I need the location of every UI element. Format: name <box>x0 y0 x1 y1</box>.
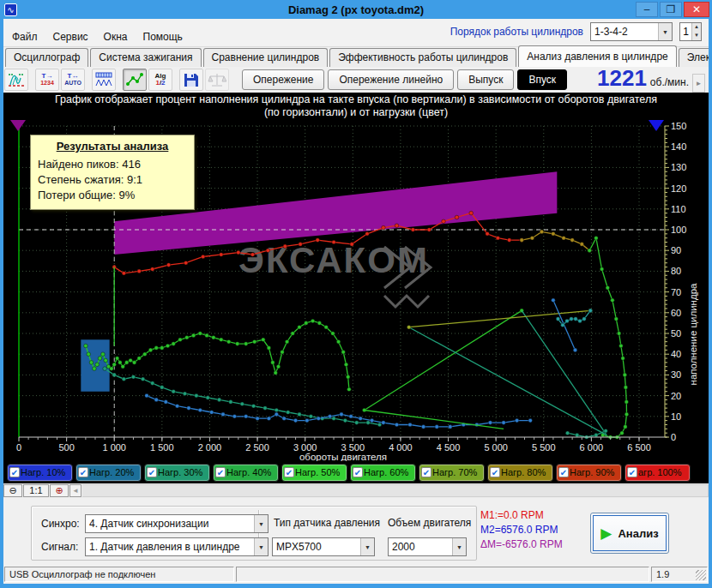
legend-item-load-20[interactable]: ✔Нагр. 20% <box>75 464 142 482</box>
scales-icon[interactable] <box>205 69 229 91</box>
svg-text:5 000: 5 000 <box>484 442 508 453</box>
menu-file[interactable]: Файл <box>12 31 38 43</box>
chevron-down-icon[interactable]: ▼ <box>254 515 268 532</box>
tab-bar: ОсциллографСистема зажиганияСравнение ци… <box>3 47 709 67</box>
firing-order-label: Порядок работы цилиндров <box>450 26 583 38</box>
trigger-auto-icon[interactable]: T↔AUTO <box>61 69 85 91</box>
legend-checkbox[interactable]: ✔ <box>284 467 294 477</box>
svg-text:10: 10 <box>671 411 681 422</box>
svg-text:110: 110 <box>671 204 686 214</box>
legend-item-load-60[interactable]: ✔Нагр. 60% <box>350 464 416 482</box>
svg-text:4 000: 4 000 <box>389 442 413 453</box>
svg-text:70: 70 <box>671 287 681 297</box>
marker-m2-value: M2=6576.0 RPM <box>480 523 563 537</box>
sync-source-combobox[interactable]: 4. Датчик синхронизации ▼ <box>85 514 269 533</box>
spark-waveform-icon[interactable] <box>4 69 28 91</box>
scroll-right-button[interactable]: ► <box>692 74 705 93</box>
svg-text:140: 140 <box>671 141 686 152</box>
chevron-down-icon[interactable]: ▼ <box>360 538 374 555</box>
zoom-controls: ⊖ 1:1 ⊕ ◄ <box>3 483 709 498</box>
legend-checkbox[interactable]: ✔ <box>627 467 637 477</box>
pressure-sensor-combobox[interactable]: MPX5700 ▼ <box>272 537 375 556</box>
legend-item-load-100[interactable]: ✔агр. 100% <box>625 464 691 482</box>
zoom-scale-button[interactable]: 1:1 <box>23 484 49 497</box>
svg-text:2 500: 2 500 <box>245 442 269 453</box>
ruler-waveform-icon[interactable] <box>92 69 116 91</box>
analyze-button[interactable]: ▶ Анализ <box>590 513 669 554</box>
legend-checkbox[interactable]: ✔ <box>78 467 88 477</box>
results-line: Потери общие: 9% <box>38 188 187 203</box>
rpm-unit-label: об./мин. <box>650 76 689 88</box>
play-icon: ▶ <box>600 525 612 543</box>
tab-pressure-analysis[interactable]: Анализ давления в цилиндре <box>518 45 676 67</box>
cylinder-number-stepper[interactable]: 1 ▲ ▼ <box>679 22 702 41</box>
legend-item-load-70[interactable]: ✔Нагр. 70% <box>419 464 485 482</box>
trigger-sequence-icon[interactable]: T→1234 <box>35 69 59 91</box>
chevron-down-icon[interactable]: ▼ <box>452 538 466 555</box>
mode-advance-linear-button[interactable]: Опережение линейно <box>328 69 454 90</box>
mode-exhaust-button[interactable]: Выпуск <box>457 69 514 90</box>
tab-power-supply[interactable]: Электропитание <box>679 48 712 67</box>
results-line: Найдено пиков: 416 <box>38 157 187 172</box>
chevron-down-icon[interactable]: ▼ <box>254 538 268 555</box>
save-icon[interactable] <box>179 69 203 91</box>
spinner-up-icon[interactable]: ▲ <box>692 23 701 32</box>
legend-checkbox[interactable]: ✔ <box>215 467 226 477</box>
svg-text:0: 0 <box>16 442 21 453</box>
legend-checkbox[interactable]: ✔ <box>353 467 363 477</box>
algorithm-icon[interactable]: Alg1/2 <box>148 69 172 91</box>
legend-item-load-30[interactable]: ✔Нагр. 30% <box>144 464 210 482</box>
tab-cylinder-efficiency[interactable]: Эффективность работы цилиндров <box>329 48 516 67</box>
signal-source-combobox[interactable]: 1. Датчик давления в цилиндре ▼ <box>85 537 269 556</box>
legend-checkbox[interactable]: ✔ <box>147 467 157 477</box>
zoom-in-button[interactable]: ⊕ <box>50 484 69 497</box>
svg-text:4 500: 4 500 <box>437 442 461 453</box>
spinner-down-icon[interactable]: ▼ <box>692 32 701 40</box>
svg-text:1 500: 1 500 <box>150 442 174 453</box>
legend-checkbox[interactable]: ✔ <box>9 467 20 477</box>
app-window: ∿ Diamag 2 (px toyota.dm2) – ❐ ✕ ФайлСер… <box>0 0 712 588</box>
marker-m1-value: M1:=0.0 RPM <box>480 508 563 523</box>
maximize-button[interactable]: ❐ <box>660 2 682 17</box>
legend-item-load-90[interactable]: ✔Нагр. 90% <box>556 464 622 482</box>
engine-volume-combobox[interactable]: 2000 ▼ <box>388 537 467 556</box>
scrollbar-track[interactable] <box>82 484 709 497</box>
chevron-down-icon[interactable]: ▼ <box>658 23 672 40</box>
menu-bar: ФайлСервисОкнаПомощь Порядок работы цили… <box>3 19 709 47</box>
menu-windows[interactable]: Окна <box>104 31 128 43</box>
tab-cylinder-compare[interactable]: Сравнение цилиндров <box>203 48 329 67</box>
mode-advance-button[interactable]: Опережение <box>242 69 324 90</box>
minimize-button[interactable]: – <box>636 2 658 17</box>
svg-text:60: 60 <box>671 308 681 318</box>
svg-text:наполнение цилиндра: наполнение цилиндра <box>688 283 698 386</box>
resize-grip-icon[interactable] <box>696 570 706 580</box>
chart-description: График отображает процент наполнения цил… <box>3 93 709 120</box>
zoom-out-button[interactable]: ⊖ <box>3 484 22 497</box>
tab-oscilloscope[interactable]: Осциллограф <box>5 48 88 67</box>
signal-label: Сигнал: <box>41 541 78 553</box>
svg-text:6 000: 6 000 <box>580 442 604 453</box>
legend-checkbox[interactable]: ✔ <box>421 467 431 477</box>
legend-label: Нагр. 50% <box>295 467 340 477</box>
close-button[interactable]: ✕ <box>684 2 709 17</box>
mode-intake-button[interactable]: Впуск <box>517 69 567 90</box>
menu-help[interactable]: Помощь <box>143 31 183 43</box>
menu-service[interactable]: Сервис <box>53 31 88 43</box>
svg-text:90: 90 <box>671 245 681 255</box>
svg-text:150: 150 <box>671 121 686 131</box>
connected-dots-icon[interactable] <box>123 69 147 91</box>
tab-ignition-system[interactable]: Система зажигания <box>90 48 201 67</box>
legend-label: Нагр. 80% <box>501 467 546 477</box>
chart-area[interactable]: ЭКСАКОМ 05001 0001 5002 0002 5003 0003 5… <box>0 120 712 461</box>
legend-item-load-10[interactable]: ✔Нагр. 10% <box>7 464 73 482</box>
legend-item-load-80[interactable]: ✔Нагр. 80% <box>487 464 553 482</box>
legend-item-load-50[interactable]: ✔Нагр. 50% <box>281 464 347 482</box>
scroll-left-button[interactable]: ◄ <box>69 484 81 497</box>
legend-checkbox[interactable]: ✔ <box>558 467 569 477</box>
pressure-sensor-label: Тип датчика давления <box>274 517 380 529</box>
legend-checkbox[interactable]: ✔ <box>490 467 500 477</box>
firing-order-combobox[interactable]: 1-3-4-2 ▼ <box>590 22 673 41</box>
legend-item-load-40[interactable]: ✔Нагр. 40% <box>213 464 279 482</box>
load-legend: ✔Нагр. 10%✔Нагр. 20%✔Нагр. 30%✔Нагр. 40%… <box>3 461 709 483</box>
settings-panel: Синхро: 4. Датчик синхронизации ▼ Сигнал… <box>3 498 709 566</box>
